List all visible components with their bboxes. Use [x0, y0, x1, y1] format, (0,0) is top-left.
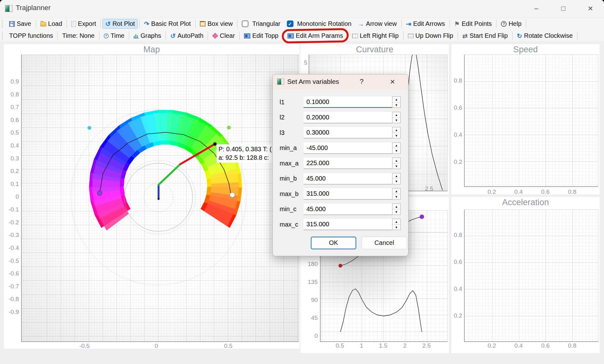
- edit-topp-button[interactable]: Edit Topp: [241, 31, 281, 41]
- spinner-buttons[interactable]: ▲▼: [392, 173, 401, 184]
- cancel-button[interactable]: Cancel: [362, 237, 407, 249]
- spinner-buttons[interactable]: ▲▼: [392, 219, 401, 230]
- spin-down-icon[interactable]: ▼: [392, 209, 400, 215]
- l1-input[interactable]: [304, 96, 392, 108]
- spin-down-icon[interactable]: ▼: [392, 118, 400, 123]
- field-label: l2: [280, 114, 304, 121]
- triangular-checkbox[interactable]: Triangular: [239, 19, 283, 29]
- edit-arrows-button[interactable]: ⇥Edit Arrows: [403, 19, 448, 29]
- spinner-buttons[interactable]: ▲▼: [392, 158, 401, 169]
- up-down-flip-button[interactable]: Up Down Flip: [405, 31, 456, 41]
- max-a-input[interactable]: [304, 158, 392, 169]
- graphs-button[interactable]: Graphs: [131, 31, 164, 41]
- spin-up-icon[interactable]: ▲: [392, 204, 400, 210]
- start-end-flip-button[interactable]: ⇄Start End Flip: [460, 31, 511, 41]
- spin-up-icon[interactable]: ▲: [392, 158, 400, 164]
- dialog-help-button[interactable]: ?: [353, 74, 370, 89]
- spinner-buttons[interactable]: ▲▼: [392, 204, 401, 215]
- spin-up-icon[interactable]: ▲: [392, 127, 400, 133]
- field-row-l3: l3 ▲▼: [280, 125, 408, 141]
- acceleration-plot-area[interactable]: [464, 210, 598, 342]
- spin-down-icon[interactable]: ▼: [392, 179, 400, 184]
- tick-label: 0.4: [451, 132, 462, 138]
- spin-up-icon[interactable]: ▲: [392, 173, 400, 179]
- tick-label: 1.5: [375, 342, 392, 349]
- acceleration-title: Acceleration: [451, 198, 600, 207]
- min-c-input[interactable]: [304, 204, 392, 215]
- min-a-input[interactable]: [304, 142, 392, 154]
- save-button[interactable]: Save: [6, 19, 34, 29]
- dialog-icon: [277, 78, 284, 85]
- spin-down-icon[interactable]: ▼: [392, 148, 400, 153]
- toolbar-grip[interactable]: [2, 32, 4, 40]
- spin-down-icon[interactable]: ▼: [392, 225, 400, 230]
- export-button[interactable]: Export: [68, 19, 99, 29]
- max-a-spinbox: ▲▼: [304, 158, 401, 169]
- monotonic-rotation-checkbox[interactable]: ✓Monotonic Rotation: [284, 19, 354, 29]
- map-canvas: [22, 55, 298, 341]
- field-label: max_c: [280, 221, 304, 228]
- tick-label: -0.4: [5, 245, 19, 251]
- l2-input[interactable]: [304, 112, 392, 123]
- rot-plot-button[interactable]: ↺Rot Plot: [102, 19, 138, 29]
- edit-points-button[interactable]: ⚑Edit Points: [451, 19, 495, 29]
- box-view-button[interactable]: Box view: [197, 19, 235, 29]
- map-plot-area[interactable]: [21, 55, 299, 342]
- folder-icon: [40, 22, 46, 26]
- spinner-buttons[interactable]: ▲▼: [392, 188, 401, 199]
- checkbox-unchecked-icon[interactable]: [242, 20, 248, 27]
- spin-down-icon[interactable]: ▼: [392, 194, 400, 199]
- spinner-buttons[interactable]: ▲▼: [392, 112, 401, 123]
- tick-label: 0.5: [220, 343, 236, 350]
- toolbar-grip[interactable]: [2, 20, 4, 28]
- field-row-min-b: min_b ▲▼: [280, 171, 408, 187]
- dialog-close-button[interactable]: ×: [384, 74, 401, 89]
- field-label: max_a: [280, 160, 304, 167]
- tick-label: 0.9: [5, 78, 19, 85]
- tick-label: 0.2: [5, 168, 19, 174]
- max-b-input[interactable]: [304, 188, 392, 199]
- tick-label: 180: [304, 261, 318, 267]
- clear-button[interactable]: Clear: [210, 31, 238, 41]
- close-button[interactable]: ×: [577, 0, 604, 17]
- tick-label: -0.5: [76, 343, 93, 350]
- time-button[interactable]: Time: [101, 31, 127, 41]
- spinner-buttons[interactable]: ▲▼: [392, 96, 401, 108]
- ok-button[interactable]: OK: [311, 237, 356, 249]
- tick-label: 0: [148, 343, 165, 350]
- curvature-title: Curvature: [300, 45, 449, 55]
- load-button[interactable]: Load: [38, 19, 65, 29]
- spin-up-icon[interactable]: ▲: [392, 143, 400, 148]
- l1-spinbox: ▲▼: [304, 96, 401, 108]
- spinner-buttons[interactable]: ▲▼: [392, 142, 401, 154]
- checkbox-checked-icon[interactable]: ✓: [287, 20, 293, 27]
- spin-down-icon[interactable]: ▼: [392, 164, 400, 169]
- minimize-button[interactable]: –: [523, 0, 550, 17]
- edit-arm-params-button[interactable]: Edit Arm Params: [285, 31, 346, 41]
- speed-plot-area[interactable]: [464, 55, 598, 187]
- autopath-button[interactable]: ↺AutoPath: [167, 31, 206, 41]
- min-c-spinbox: ▲▼: [304, 204, 401, 215]
- basic-rot-plot-button[interactable]: ↷Basic Rot Plot: [141, 19, 194, 29]
- tick-label: 0.6: [451, 259, 462, 265]
- left-right-flip-button[interactable]: Left Right Flip: [349, 31, 401, 41]
- maximize-button[interactable]: □: [550, 0, 577, 17]
- topp-functions-button[interactable]: TOPP functions: [6, 31, 56, 41]
- help-button[interactable]: ?Help: [498, 19, 524, 29]
- speed-y-ticks: 0.80.60.40.2: [451, 78, 462, 165]
- field-row-l2: l2 ▲▼: [280, 110, 408, 125]
- rotate-clockwise-button[interactable]: ↻Rotate Clockwise: [514, 31, 576, 41]
- spin-up-icon[interactable]: ▲: [392, 219, 400, 225]
- arrow-view-button[interactable]: →Arrow view: [355, 19, 400, 29]
- spin-up-icon[interactable]: ▲: [392, 97, 400, 102]
- spinner-buttons[interactable]: ▲▼: [392, 127, 401, 138]
- flip-vertical-icon: [408, 34, 414, 38]
- app-icon: [5, 5, 13, 12]
- spin-up-icon[interactable]: ▲: [392, 112, 400, 118]
- spin-up-icon[interactable]: ▲: [392, 188, 400, 194]
- spin-down-icon[interactable]: ▼: [392, 102, 400, 108]
- min-b-input[interactable]: [304, 173, 392, 184]
- max-c-input[interactable]: [304, 219, 392, 230]
- spin-down-icon[interactable]: ▼: [392, 133, 400, 138]
- l3-input[interactable]: [304, 127, 392, 138]
